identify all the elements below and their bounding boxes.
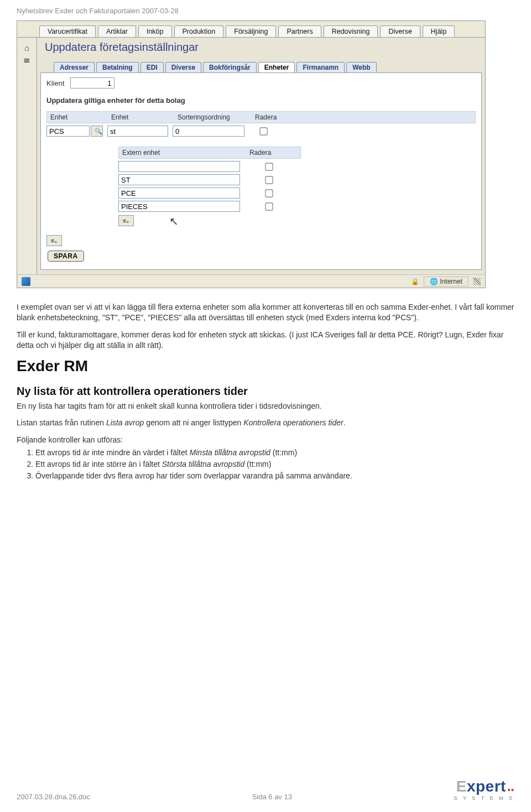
section-head: Uppdatera giltiga enheter för detta bola… [46,96,476,105]
para-4-a: Listan startas från rutinen [17,418,106,427]
expert-logo: EExpertxpert●● S Y S T E M S [454,778,514,801]
extern-input-0[interactable] [118,161,240,172]
li1-a: Ett avrops tid är inte mindre än värdet … [35,448,190,457]
unit-col-headers: Enhet Enhet Sorteringsordning Radera [46,111,476,123]
status-bar: 🔒 🌐 Internet [17,274,485,288]
page-footer: 2007.03.28.dna.26.doc Sida 6 av 13 EExpe… [17,778,514,801]
li2-b: (tt:mm) [244,460,271,469]
cursor-icon: ↖ [169,215,179,228]
top-tab-hjalp[interactable]: Hjälp [423,25,455,37]
top-tab-partners[interactable]: Partners [278,25,321,37]
extern-radera-1[interactable] [265,176,273,184]
controls-list: Ett avrops tid är inte mindre än värdet … [22,447,514,481]
list-item-3: Överlappande tider dvs flera avrop har t… [35,471,514,481]
add-unit-icon[interactable]: ≡₊ [46,235,62,246]
para-3: En ny lista har tagits fram för att ni e… [17,401,514,412]
extern-radera-2[interactable] [265,189,273,197]
li2-a: Ett avrops tid är inte större än i fälte… [35,460,162,469]
radera-checkbox[interactable] [259,127,267,135]
top-tab-forsaljning[interactable]: Försäljning [226,25,276,37]
screenshot-embed: Varucertifikat Artiklar Inköp Produktion… [17,20,486,288]
para-5: Följande kontroller kan utföras: [17,435,514,445]
footer-page: Sida 6 av 13 [252,793,292,801]
lookup-icon[interactable]: 🔍 [91,126,103,137]
para-4-i1: Lista avrop [106,418,144,427]
klient-input[interactable] [70,77,114,89]
globe-icon: 🌐 [430,278,438,285]
main-panel: Uppdatera företagsinställningar Adresser… [37,38,485,274]
inner-tab-webb[interactable]: Webb [346,62,376,72]
top-tab-artiklar[interactable]: Artiklar [98,25,136,37]
para-4: Listan startas från rutinen Lista avrop … [17,418,514,428]
list-item-2: Ett avrops tid är inte större än i fälte… [35,459,514,470]
extern-input-1[interactable] [118,174,240,185]
inner-tabs: Adresser Betalning EDI Diverse Bokföring… [37,59,485,72]
ie-icon [22,277,30,286]
para-1: I exemplet ovan ser vi att vi kan lägga … [17,302,514,323]
inner-tab-firmanamn[interactable]: Firmanamn [296,62,345,72]
heading-exder-rm: Exder RM [17,357,514,375]
col-radera: Radera [252,112,290,123]
top-tabs: Varucertifikat Artiklar Inköp Produktion… [17,21,485,38]
top-tab-varucertifikat[interactable]: Varucertifikat [39,25,96,37]
col-extern-radera: Radera [246,147,296,158]
top-tab-inkop[interactable]: Inköp [138,25,172,37]
list-icon[interactable]: ≣ [17,55,37,65]
col-unit2: Enhet [108,112,174,123]
heading-ny-lista: Ny lista för att kontrollera operationer… [17,385,514,398]
home-icon[interactable]: ⌂ [17,43,37,53]
extern-input-2[interactable] [118,188,240,199]
inner-tab-betalning[interactable]: Betalning [96,62,139,72]
spara-button[interactable]: SPARA [48,251,84,262]
li2-i: Största tillåtna avropstid [162,460,244,469]
settings-card: Klient Uppdatera giltiga enheter för det… [40,72,482,270]
col-sort: Sorteringsordning [174,112,252,123]
document-header: Nyhetsbrev Exder och Fakturaportalen 200… [17,7,514,15]
inner-tab-diverse[interactable]: Diverse [165,62,201,72]
para-2: Till er kund, fakturamottagare, kommer d… [17,330,514,351]
inner-tab-enheter[interactable]: Enheter [258,62,295,72]
top-tab-redovisning[interactable]: Redovisning [324,25,378,37]
para-4-b: genom att ni anger listtypen [144,418,243,427]
internet-zone: 🌐 Internet [424,277,468,287]
klient-label: Klient [46,79,65,87]
left-rail: ⌂ ≣ [17,38,37,274]
top-tab-produktion[interactable]: Produktion [174,25,224,37]
top-tab-diverse[interactable]: Diverse [380,25,420,37]
document-body: I exemplet ovan ser vi att vi kan lägga … [17,302,514,481]
col-extern: Extern enhet [119,147,246,158]
add-extern-icon[interactable]: ≡₊ [118,215,134,226]
para-4-i2: Kontrollera operationers tider [243,418,343,427]
resize-grip-icon [473,278,481,285]
extern-block: Extern enhet Radera [118,147,301,226]
inner-tab-adresser[interactable]: Adresser [54,62,95,72]
unit-row: 🔍 [46,126,476,137]
panel-title: Uppdatera företagsinställningar [37,38,485,59]
unit2-input[interactable] [107,126,168,137]
lock-icon: 🔒 [411,278,419,285]
inner-tab-bokforingsar[interactable]: Bokföringsår [203,62,257,72]
li1-i: Minsta tillåtna avropstid [190,448,270,457]
inner-tab-edi[interactable]: EDI [140,62,164,72]
extern-radera-3[interactable] [265,202,273,210]
list-item-1: Ett avrops tid är inte mindre än värdet … [35,447,514,458]
zone-label: Internet [440,278,462,285]
para-4-c: . [343,418,346,427]
unit-input[interactable] [46,126,90,137]
li1-b: (tt:mm) [270,448,297,457]
extern-radera-0[interactable] [265,163,273,170]
sort-input[interactable] [173,126,244,137]
col-unit1: Enhet [47,112,108,123]
footer-filename: 2007.03.28.dna.26.doc [17,793,90,801]
extern-input-3[interactable] [118,201,240,212]
